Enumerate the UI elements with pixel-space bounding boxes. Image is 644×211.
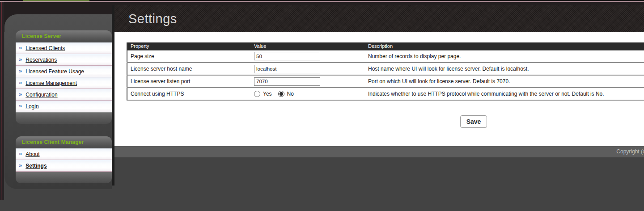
description-cell: Port on which UI will look for license s… xyxy=(365,75,644,88)
sidebar-item-link[interactable]: Licensed Feature Usage xyxy=(25,68,84,75)
sidebar-section-footer xyxy=(16,112,112,124)
sidebar-item-link[interactable]: Licensed Clients xyxy=(25,45,65,51)
value-input-page-size[interactable] xyxy=(254,52,320,60)
property-cell: Connect using HTTPS xyxy=(127,88,251,100)
sidebar-item-reservations[interactable]: » Reservations xyxy=(16,54,112,66)
save-row: Save xyxy=(127,115,644,128)
save-button[interactable]: Save xyxy=(460,115,487,128)
double-chevron-icon: » xyxy=(19,162,22,168)
page-left-edge xyxy=(0,2,4,200)
page-title: Settings xyxy=(114,5,644,32)
radio-label-yes: Yes xyxy=(263,91,272,97)
table-row: Page size Number of records to display p… xyxy=(127,50,644,63)
double-chevron-icon: » xyxy=(19,68,22,74)
main-body: Property Value Description Page size Num… xyxy=(114,32,644,146)
page-header: Settings xyxy=(114,5,644,32)
left-edge-accent xyxy=(1,2,2,200)
description-cell: Host name where UI will look for license… xyxy=(365,63,644,75)
sidebar-item-licensed-clients[interactable]: » Licensed Clients xyxy=(16,42,112,54)
sidebar-item-link[interactable]: Settings xyxy=(25,163,47,169)
property-cell: License server host name xyxy=(127,63,251,75)
table-row: License server host name Host name where… xyxy=(127,63,644,75)
value-cell xyxy=(251,75,365,88)
double-chevron-icon: » xyxy=(19,56,22,62)
radio-no[interactable] xyxy=(278,91,284,97)
table-header-row: Property Value Description xyxy=(127,42,644,50)
sidebar-item-settings[interactable]: » Settings xyxy=(16,160,112,172)
double-chevron-icon: » xyxy=(19,80,22,85)
sidebar-item-login[interactable]: » Login xyxy=(16,101,112,112)
banner-accent-line xyxy=(0,1,644,2)
column-header-description: Description xyxy=(365,42,644,50)
double-chevron-icon: » xyxy=(19,91,22,97)
sidebar-item-link[interactable]: Configuration xyxy=(25,92,57,98)
sidebar-item-about[interactable]: » About xyxy=(16,148,112,160)
sidebar: License Server » Licensed Clients » Rese… xyxy=(16,30,112,183)
settings-table: Property Value Description Page size Num… xyxy=(127,42,644,101)
copyright-text: Copyright (c) xyxy=(616,146,644,157)
double-chevron-icon: » xyxy=(19,45,22,51)
column-header-property: Property xyxy=(127,42,251,50)
sidebar-item-license-management[interactable]: » License Management xyxy=(16,77,112,89)
double-chevron-icon: » xyxy=(19,103,22,109)
value-cell xyxy=(251,63,365,75)
sidebar-item-licensed-feature-usage[interactable]: » Licensed Feature Usage xyxy=(16,66,112,77)
value-input-license-server-listen-port[interactable] xyxy=(254,77,320,86)
main-content: Settings Property Value Description Page… xyxy=(114,5,644,157)
property-cell: Page size xyxy=(127,50,251,63)
sidebar-section-items: » Licensed Clients » Reservations » Lice… xyxy=(16,42,112,112)
radio-yes[interactable] xyxy=(254,91,260,97)
sidebar-item-link[interactable]: Reservations xyxy=(25,57,57,63)
https-radio-group: YesNo xyxy=(254,91,362,97)
value-cell: YesNo xyxy=(251,88,365,100)
sidebar-item-link[interactable]: About xyxy=(25,151,39,157)
double-chevron-icon: » xyxy=(19,151,22,156)
sidebar-item-configuration[interactable]: » Configuration xyxy=(16,89,112,101)
sidebar-section-title: License Client Manager xyxy=(16,136,112,148)
sidebar-item-link[interactable]: Login xyxy=(25,103,38,110)
sidebar-section: License Server » Licensed Clients » Rese… xyxy=(16,30,112,124)
property-cell: License server listen port xyxy=(127,75,251,88)
page-footer: Copyright (c) xyxy=(114,146,644,157)
table-row: License server listen port Port on which… xyxy=(127,75,644,88)
sidebar-item-link[interactable]: License Management xyxy=(25,80,77,86)
description-cell: Number of records to display per page. xyxy=(365,50,644,63)
value-cell xyxy=(251,50,365,63)
sidebar-section-items: » About » Settings xyxy=(16,148,112,172)
radio-label-no: No xyxy=(287,91,294,97)
sidebar-section-title: License Server xyxy=(16,30,112,42)
value-input-license-server-host-name[interactable] xyxy=(254,65,320,73)
sidebar-section: License Client Manager » About » Setting… xyxy=(16,136,112,183)
table-row: Connect using HTTPS YesNo Indicates whet… xyxy=(127,88,644,100)
column-header-value: Value xyxy=(251,42,365,50)
description-cell: Indicates whether to use HTTPS protocol … xyxy=(365,88,644,100)
sidebar-section-footer xyxy=(16,172,112,183)
